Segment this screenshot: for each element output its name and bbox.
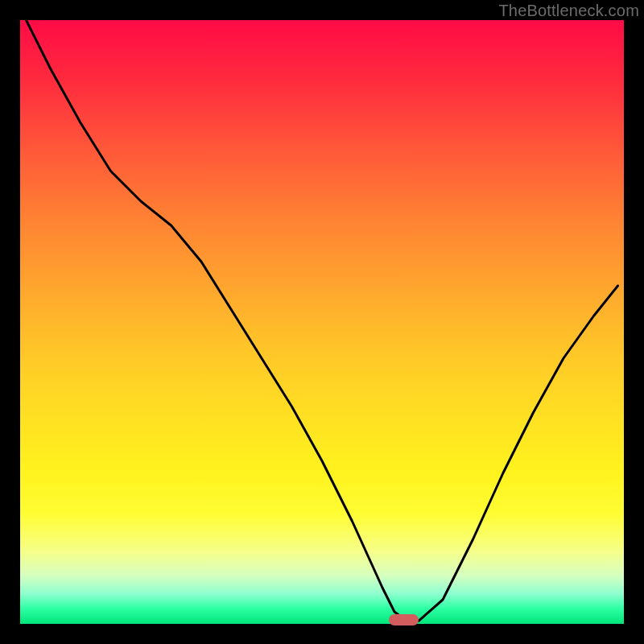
bottleneck-curve bbox=[20, 20, 624, 624]
plot-area bbox=[20, 20, 624, 624]
optimal-marker bbox=[389, 614, 419, 625]
watermark-label: TheBottleneck.com bbox=[498, 2, 639, 20]
chart-frame: TheBottleneck.com bbox=[0, 0, 644, 644]
